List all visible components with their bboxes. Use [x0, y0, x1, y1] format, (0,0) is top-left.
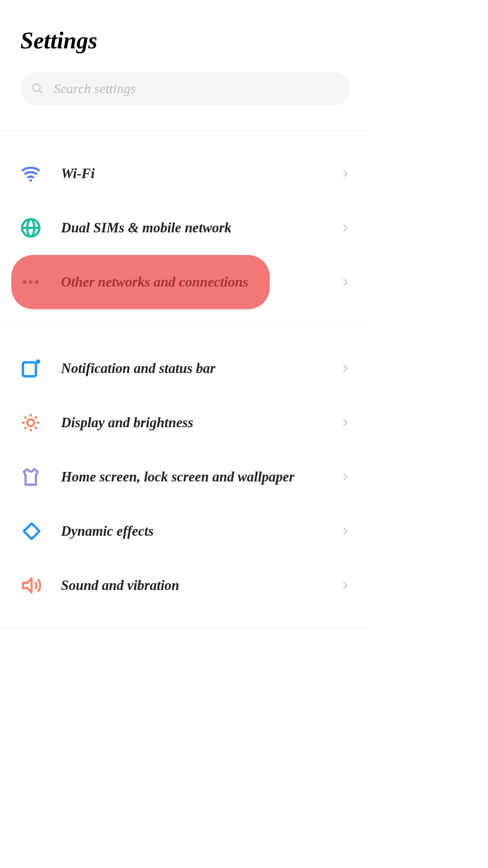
chevron-right-icon — [340, 418, 350, 428]
brightness-icon — [20, 412, 41, 433]
notification-icon — [20, 358, 41, 379]
list-item-other-networks[interactable]: Other networks and connections — [11, 255, 270, 309]
sound-icon — [20, 575, 41, 596]
globe-icon — [20, 217, 41, 238]
shirt-icon — [20, 467, 41, 487]
svg-rect-9 — [23, 363, 36, 377]
svg-line-18 — [25, 427, 27, 429]
list-item-sound[interactable]: Sound and vibration — [20, 558, 350, 613]
chevron-right-icon — [340, 169, 350, 179]
search-bar[interactable] — [20, 72, 350, 105]
item-label: Dual SIMs & mobile network — [61, 220, 340, 236]
page-title: Settings — [20, 0, 350, 72]
svg-point-2 — [29, 179, 32, 182]
list-item-wifi[interactable]: Wi-Fi — [20, 146, 350, 201]
dots-icon — [20, 272, 41, 292]
list-item-home-screen[interactable]: Home screen, lock screen and wallpaper — [20, 450, 350, 504]
list-item-notification[interactable]: Notification and status bar — [20, 341, 350, 396]
svg-point-6 — [23, 280, 27, 284]
divider — [0, 628, 371, 629]
chevron-right-icon — [340, 472, 350, 482]
search-input[interactable] — [54, 81, 339, 96]
wifi-icon — [20, 163, 41, 184]
svg-line-17 — [35, 427, 37, 429]
item-label: Sound and vibration — [61, 577, 340, 594]
item-label: Wi-Fi — [61, 165, 340, 182]
svg-point-0 — [33, 84, 40, 91]
item-label: Dynamic effects — [61, 523, 340, 539]
svg-line-16 — [25, 417, 27, 419]
svg-line-19 — [35, 417, 37, 419]
chevron-right-icon — [340, 223, 350, 233]
list-item-dynamic-effects[interactable]: Dynamic effects — [20, 504, 350, 558]
svg-point-8 — [35, 280, 39, 284]
list-item-mobile-network[interactable]: Dual SIMs & mobile network — [20, 201, 350, 255]
svg-point-10 — [36, 359, 41, 364]
diamond-icon — [20, 521, 41, 542]
list-item-display[interactable]: Display and brightness — [20, 396, 350, 450]
search-icon — [31, 82, 44, 95]
svg-line-1 — [39, 90, 42, 94]
item-label: Notification and status bar — [61, 360, 340, 377]
list-group-network: Wi-Fi Dual SIMs & mobile network — [20, 131, 350, 325]
chevron-right-icon — [340, 526, 350, 536]
chevron-right-icon — [340, 363, 350, 373]
chevron-right-icon — [340, 580, 350, 590]
svg-point-7 — [29, 280, 33, 284]
chevron-right-icon — [340, 277, 350, 287]
item-label: Display and brightness — [61, 415, 340, 431]
svg-point-11 — [27, 419, 34, 426]
list-group-display: Notification and status bar D — [20, 326, 350, 628]
item-label: Other networks and connections — [61, 274, 259, 290]
item-label: Home screen, lock screen and wallpaper — [61, 469, 340, 485]
